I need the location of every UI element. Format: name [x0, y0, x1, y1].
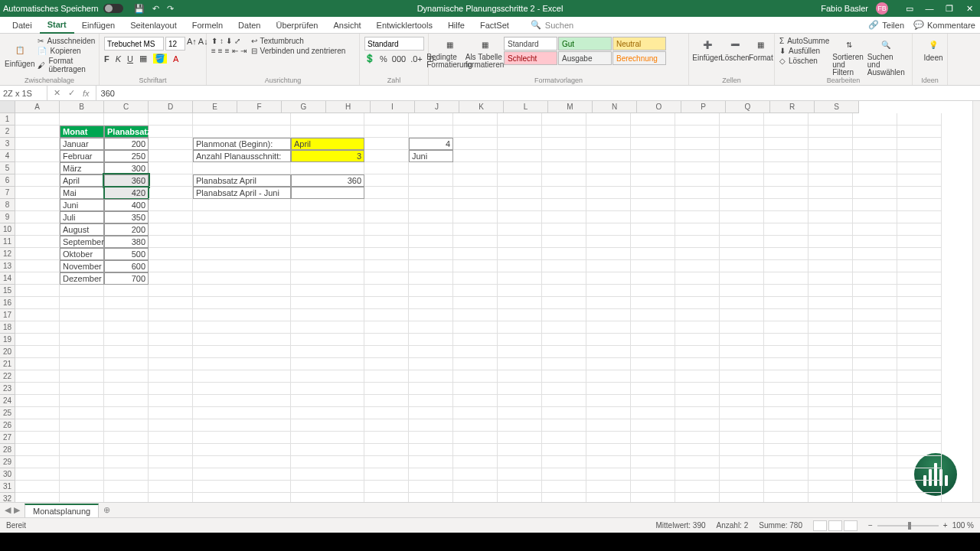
cell[interactable]	[193, 321, 291, 334]
cell[interactable]	[586, 493, 631, 502]
cell[interactable]	[291, 481, 364, 493]
cell[interactable]	[409, 395, 453, 407]
cell[interactable]	[675, 370, 720, 383]
fill-color-icon[interactable]: 🪣	[153, 54, 167, 64]
cell[interactable]	[15, 211, 60, 223]
grow-font-icon[interactable]: A↑	[187, 37, 197, 51]
cell[interactable]	[104, 493, 149, 502]
cell[interactable]: Juni	[60, 199, 104, 211]
cell[interactable]	[104, 456, 149, 468]
cell[interactable]	[15, 481, 60, 493]
cell[interactable]	[720, 309, 764, 321]
cell[interactable]: 350	[104, 211, 149, 223]
cell[interactable]	[897, 309, 942, 321]
maximize-icon[interactable]: ❐	[942, 4, 957, 14]
save-icon[interactable]: 💾	[134, 4, 145, 14]
cell[interactable]	[291, 493, 364, 502]
cell[interactable]	[542, 285, 586, 297]
cell[interactable]: 420	[104, 187, 149, 199]
cell[interactable]	[853, 370, 897, 383]
cell[interactable]	[149, 138, 193, 150]
cell[interactable]	[853, 407, 897, 419]
cell[interactable]	[15, 260, 60, 272]
autosum-button[interactable]: ΣAutoSumme	[779, 37, 829, 45]
redo-icon[interactable]: ↷	[167, 4, 174, 14]
cell[interactable]	[720, 162, 764, 174]
cell[interactable]	[764, 187, 808, 199]
cell[interactable]	[542, 113, 586, 126]
cell[interactable]	[149, 285, 193, 297]
cell[interactable]	[15, 444, 60, 456]
cell[interactable]	[409, 481, 453, 493]
cell[interactable]	[60, 285, 104, 297]
cell[interactable]	[808, 113, 853, 126]
cell[interactable]	[498, 138, 542, 150]
cell[interactable]	[631, 272, 675, 285]
cell[interactable]: September	[60, 236, 104, 248]
cell[interactable]	[720, 432, 764, 444]
tab-einfuegen[interactable]: Einfügen	[74, 17, 122, 34]
cell[interactable]	[675, 395, 720, 407]
cell[interactable]	[291, 407, 364, 419]
cell[interactable]	[586, 309, 631, 321]
cell[interactable]	[808, 223, 853, 236]
row-header[interactable]: 11	[0, 236, 15, 248]
cell[interactable]	[364, 248, 409, 260]
cell[interactable]	[15, 383, 60, 395]
cell[interactable]: 4	[409, 138, 453, 150]
cell[interactable]	[764, 481, 808, 493]
cell[interactable]: 360	[104, 174, 149, 187]
cell[interactable]	[193, 383, 291, 395]
cell[interactable]	[808, 432, 853, 444]
cell[interactable]	[853, 223, 897, 236]
cell[interactable]	[364, 126, 409, 138]
border-icon[interactable]: ▦	[139, 54, 147, 64]
cell[interactable]	[853, 321, 897, 334]
cell[interactable]: 500	[104, 248, 149, 260]
cell[interactable]	[453, 162, 498, 174]
cell[interactable]	[897, 248, 942, 260]
cell[interactable]	[542, 321, 586, 334]
cell[interactable]	[409, 223, 453, 236]
cell[interactable]	[542, 260, 586, 272]
cell[interactable]	[631, 334, 675, 346]
indent-dec-icon[interactable]: ⇤	[232, 47, 238, 55]
cell[interactable]	[453, 150, 498, 162]
cell[interactable]	[675, 211, 720, 223]
cell[interactable]	[897, 113, 942, 126]
cell[interactable]	[542, 236, 586, 248]
cell[interactable]: Planabsatz	[104, 126, 149, 138]
cell[interactable]	[897, 395, 942, 407]
cell[interactable]	[104, 395, 149, 407]
cell[interactable]	[149, 113, 193, 126]
cell[interactable]	[364, 199, 409, 211]
cell[interactable]	[60, 383, 104, 395]
name-box[interactable]: 2Z x 1S	[0, 86, 47, 101]
cell[interactable]: 3	[291, 150, 364, 162]
tab-start[interactable]: Start	[40, 17, 74, 34]
cell[interactable]	[675, 236, 720, 248]
wrap-text-button[interactable]: ↩Textumbruch	[251, 37, 346, 45]
cell[interactable]	[897, 370, 942, 383]
cell[interactable]	[675, 199, 720, 211]
cell[interactable]	[586, 272, 631, 285]
cell[interactable]	[675, 260, 720, 272]
cell[interactable]	[675, 493, 720, 502]
cell[interactable]	[542, 187, 586, 199]
cell[interactable]	[498, 248, 542, 260]
cell[interactable]	[764, 297, 808, 309]
cell[interactable]	[586, 432, 631, 444]
cell[interactable]	[453, 468, 498, 481]
cell[interactable]	[149, 162, 193, 174]
cell[interactable]	[104, 297, 149, 309]
cell[interactable]	[498, 370, 542, 383]
cell[interactable]	[291, 321, 364, 334]
cell[interactable]	[631, 285, 675, 297]
cell[interactable]	[193, 419, 291, 432]
cell[interactable]	[409, 444, 453, 456]
col-header[interactable]: R	[770, 101, 815, 112]
cell[interactable]	[631, 468, 675, 481]
cell[interactable]: April	[291, 138, 364, 150]
cell[interactable]	[498, 468, 542, 481]
cell[interactable]	[364, 383, 409, 395]
